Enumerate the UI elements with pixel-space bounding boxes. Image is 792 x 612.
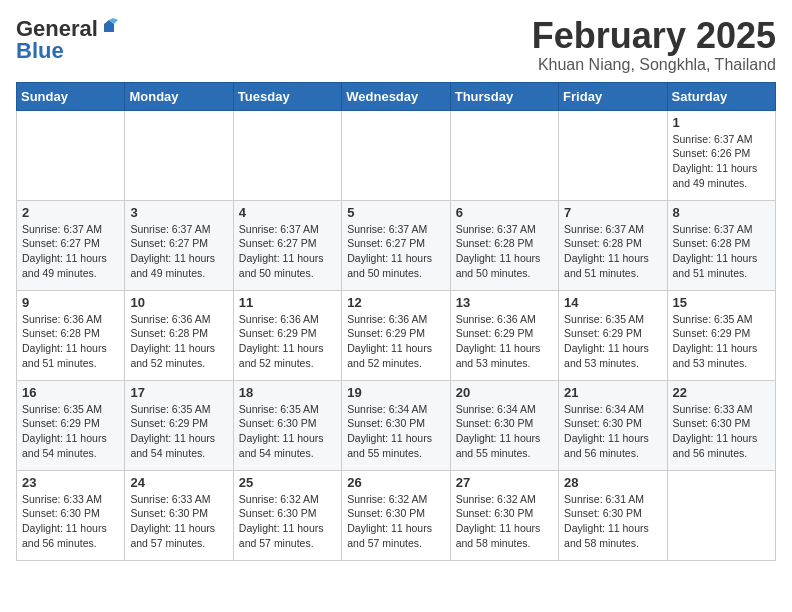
day-info: Sunrise: 6:36 AM Sunset: 6:29 PM Dayligh… xyxy=(347,312,444,371)
calendar-cell xyxy=(450,110,558,200)
calendar-cell: 1Sunrise: 6:37 AM Sunset: 6:26 PM Daylig… xyxy=(667,110,775,200)
day-info: Sunrise: 6:36 AM Sunset: 6:29 PM Dayligh… xyxy=(456,312,553,371)
calendar-week-row: 23Sunrise: 6:33 AM Sunset: 6:30 PM Dayli… xyxy=(17,470,776,560)
day-info: Sunrise: 6:37 AM Sunset: 6:26 PM Dayligh… xyxy=(673,132,770,191)
day-number: 24 xyxy=(130,475,227,490)
day-number: 28 xyxy=(564,475,661,490)
day-number: 22 xyxy=(673,385,770,400)
title-area: February 2025 Khuan Niang, Songkhla, Tha… xyxy=(532,16,776,74)
day-info: Sunrise: 6:37 AM Sunset: 6:27 PM Dayligh… xyxy=(239,222,336,281)
day-info: Sunrise: 6:37 AM Sunset: 6:28 PM Dayligh… xyxy=(564,222,661,281)
day-info: Sunrise: 6:34 AM Sunset: 6:30 PM Dayligh… xyxy=(456,402,553,461)
calendar-cell: 9Sunrise: 6:36 AM Sunset: 6:28 PM Daylig… xyxy=(17,290,125,380)
calendar-header-row: SundayMondayTuesdayWednesdayThursdayFrid… xyxy=(17,82,776,110)
day-number: 5 xyxy=(347,205,444,220)
day-number: 16 xyxy=(22,385,119,400)
day-number: 8 xyxy=(673,205,770,220)
day-number: 21 xyxy=(564,385,661,400)
day-number: 6 xyxy=(456,205,553,220)
day-info: Sunrise: 6:33 AM Sunset: 6:30 PM Dayligh… xyxy=(22,492,119,551)
calendar-cell: 20Sunrise: 6:34 AM Sunset: 6:30 PM Dayli… xyxy=(450,380,558,470)
day-number: 2 xyxy=(22,205,119,220)
calendar-cell: 8Sunrise: 6:37 AM Sunset: 6:28 PM Daylig… xyxy=(667,200,775,290)
calendar-cell xyxy=(667,470,775,560)
day-info: Sunrise: 6:36 AM Sunset: 6:28 PM Dayligh… xyxy=(22,312,119,371)
calendar-cell: 26Sunrise: 6:32 AM Sunset: 6:30 PM Dayli… xyxy=(342,470,450,560)
day-info: Sunrise: 6:35 AM Sunset: 6:29 PM Dayligh… xyxy=(22,402,119,461)
calendar-cell xyxy=(342,110,450,200)
day-info: Sunrise: 6:34 AM Sunset: 6:30 PM Dayligh… xyxy=(564,402,661,461)
calendar-cell xyxy=(125,110,233,200)
weekday-header: Tuesday xyxy=(233,82,341,110)
calendar-week-row: 9Sunrise: 6:36 AM Sunset: 6:28 PM Daylig… xyxy=(17,290,776,380)
day-info: Sunrise: 6:32 AM Sunset: 6:30 PM Dayligh… xyxy=(456,492,553,551)
day-info: Sunrise: 6:36 AM Sunset: 6:29 PM Dayligh… xyxy=(239,312,336,371)
calendar-cell: 4Sunrise: 6:37 AM Sunset: 6:27 PM Daylig… xyxy=(233,200,341,290)
day-info: Sunrise: 6:37 AM Sunset: 6:27 PM Dayligh… xyxy=(130,222,227,281)
calendar-cell: 3Sunrise: 6:37 AM Sunset: 6:27 PM Daylig… xyxy=(125,200,233,290)
day-number: 11 xyxy=(239,295,336,310)
day-number: 9 xyxy=(22,295,119,310)
day-number: 4 xyxy=(239,205,336,220)
day-info: Sunrise: 6:37 AM Sunset: 6:27 PM Dayligh… xyxy=(347,222,444,281)
day-number: 26 xyxy=(347,475,444,490)
logo: General Blue xyxy=(16,16,118,64)
weekday-header: Sunday xyxy=(17,82,125,110)
day-number: 7 xyxy=(564,205,661,220)
calendar-week-row: 16Sunrise: 6:35 AM Sunset: 6:29 PM Dayli… xyxy=(17,380,776,470)
weekday-header: Saturday xyxy=(667,82,775,110)
page-header: General Blue February 2025 Khuan Niang, … xyxy=(16,16,776,74)
location-title: Khuan Niang, Songkhla, Thailand xyxy=(532,56,776,74)
calendar-week-row: 1Sunrise: 6:37 AM Sunset: 6:26 PM Daylig… xyxy=(17,110,776,200)
calendar-cell: 12Sunrise: 6:36 AM Sunset: 6:29 PM Dayli… xyxy=(342,290,450,380)
day-info: Sunrise: 6:37 AM Sunset: 6:28 PM Dayligh… xyxy=(456,222,553,281)
calendar-cell: 25Sunrise: 6:32 AM Sunset: 6:30 PM Dayli… xyxy=(233,470,341,560)
calendar-cell: 10Sunrise: 6:36 AM Sunset: 6:28 PM Dayli… xyxy=(125,290,233,380)
calendar-cell xyxy=(17,110,125,200)
weekday-header: Monday xyxy=(125,82,233,110)
day-info: Sunrise: 6:32 AM Sunset: 6:30 PM Dayligh… xyxy=(239,492,336,551)
day-info: Sunrise: 6:37 AM Sunset: 6:27 PM Dayligh… xyxy=(22,222,119,281)
day-info: Sunrise: 6:31 AM Sunset: 6:30 PM Dayligh… xyxy=(564,492,661,551)
day-info: Sunrise: 6:35 AM Sunset: 6:29 PM Dayligh… xyxy=(673,312,770,371)
calendar-cell: 24Sunrise: 6:33 AM Sunset: 6:30 PM Dayli… xyxy=(125,470,233,560)
calendar-cell: 16Sunrise: 6:35 AM Sunset: 6:29 PM Dayli… xyxy=(17,380,125,470)
day-number: 23 xyxy=(22,475,119,490)
day-info: Sunrise: 6:33 AM Sunset: 6:30 PM Dayligh… xyxy=(130,492,227,551)
calendar-cell: 18Sunrise: 6:35 AM Sunset: 6:30 PM Dayli… xyxy=(233,380,341,470)
calendar-cell: 19Sunrise: 6:34 AM Sunset: 6:30 PM Dayli… xyxy=(342,380,450,470)
day-number: 12 xyxy=(347,295,444,310)
calendar-cell: 13Sunrise: 6:36 AM Sunset: 6:29 PM Dayli… xyxy=(450,290,558,380)
day-info: Sunrise: 6:35 AM Sunset: 6:29 PM Dayligh… xyxy=(130,402,227,461)
day-info: Sunrise: 6:34 AM Sunset: 6:30 PM Dayligh… xyxy=(347,402,444,461)
calendar-cell: 27Sunrise: 6:32 AM Sunset: 6:30 PM Dayli… xyxy=(450,470,558,560)
day-info: Sunrise: 6:37 AM Sunset: 6:28 PM Dayligh… xyxy=(673,222,770,281)
calendar-cell xyxy=(233,110,341,200)
day-number: 15 xyxy=(673,295,770,310)
day-info: Sunrise: 6:35 AM Sunset: 6:29 PM Dayligh… xyxy=(564,312,661,371)
logo-blue-text: Blue xyxy=(16,38,64,64)
day-number: 17 xyxy=(130,385,227,400)
day-info: Sunrise: 6:33 AM Sunset: 6:30 PM Dayligh… xyxy=(673,402,770,461)
logo-icon xyxy=(100,18,118,36)
month-title: February 2025 xyxy=(532,16,776,56)
calendar-cell: 11Sunrise: 6:36 AM Sunset: 6:29 PM Dayli… xyxy=(233,290,341,380)
day-number: 25 xyxy=(239,475,336,490)
day-number: 13 xyxy=(456,295,553,310)
day-number: 27 xyxy=(456,475,553,490)
weekday-header: Thursday xyxy=(450,82,558,110)
weekday-header: Friday xyxy=(559,82,667,110)
day-number: 1 xyxy=(673,115,770,130)
calendar-cell: 5Sunrise: 6:37 AM Sunset: 6:27 PM Daylig… xyxy=(342,200,450,290)
calendar-table: SundayMondayTuesdayWednesdayThursdayFrid… xyxy=(16,82,776,561)
calendar-cell: 17Sunrise: 6:35 AM Sunset: 6:29 PM Dayli… xyxy=(125,380,233,470)
calendar-cell: 14Sunrise: 6:35 AM Sunset: 6:29 PM Dayli… xyxy=(559,290,667,380)
calendar-week-row: 2Sunrise: 6:37 AM Sunset: 6:27 PM Daylig… xyxy=(17,200,776,290)
weekday-header: Wednesday xyxy=(342,82,450,110)
calendar-cell: 22Sunrise: 6:33 AM Sunset: 6:30 PM Dayli… xyxy=(667,380,775,470)
calendar-cell: 28Sunrise: 6:31 AM Sunset: 6:30 PM Dayli… xyxy=(559,470,667,560)
calendar-cell: 15Sunrise: 6:35 AM Sunset: 6:29 PM Dayli… xyxy=(667,290,775,380)
day-number: 18 xyxy=(239,385,336,400)
calendar-cell xyxy=(559,110,667,200)
day-number: 19 xyxy=(347,385,444,400)
